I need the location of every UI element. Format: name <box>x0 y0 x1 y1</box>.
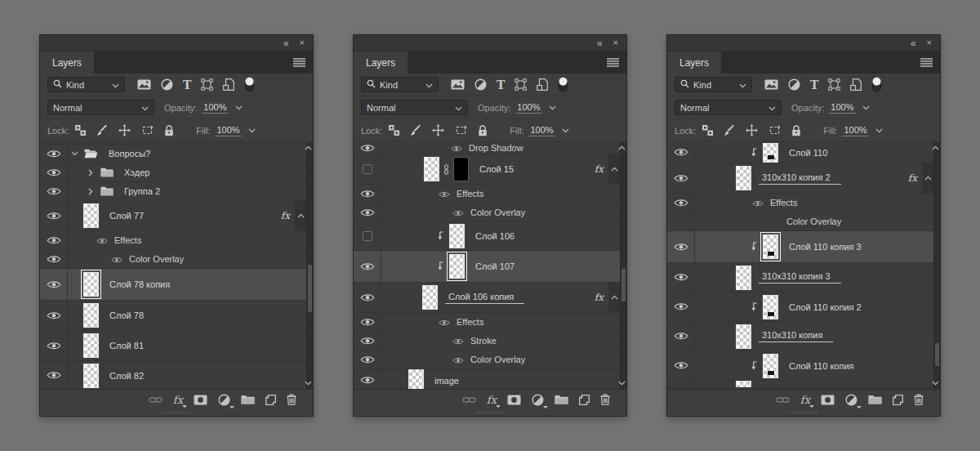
layer-style-fx-icon[interactable]: fx <box>800 395 810 405</box>
layer-row[interactable]: Слой 78 <box>40 301 307 331</box>
pixel-layer-filter-icon[interactable] <box>764 79 778 90</box>
visibility-toggle[interactable] <box>354 283 381 312</box>
add-layer-mask-icon[interactable] <box>507 395 521 405</box>
layer-thumbnail[interactable] <box>83 364 99 388</box>
visibility-toggle[interactable] <box>40 182 68 200</box>
smart-object-filter-icon[interactable] <box>850 78 862 91</box>
effect-row[interactable]: Effects <box>354 185 621 203</box>
layer-thumbnail[interactable] <box>736 266 751 290</box>
layer-thumbnail[interactable] <box>763 143 778 163</box>
fill-value[interactable]: 100% <box>842 125 868 136</box>
mask-link-chain-icon[interactable] <box>443 164 450 175</box>
scroll-down-icon[interactable] <box>618 381 626 386</box>
layer-style-fx-icon[interactable]: fx <box>173 395 183 405</box>
fill-value[interactable]: 100% <box>528 125 555 136</box>
effect-row[interactable]: Drop Shadow <box>354 142 621 154</box>
effect-eye-icon[interactable] <box>452 333 464 348</box>
visibility-toggle[interactable] <box>40 163 68 181</box>
layer-row[interactable]: 310x310 копия <box>667 322 934 351</box>
effect-eye-icon[interactable] <box>439 186 450 201</box>
lock-all-icon[interactable] <box>164 125 174 136</box>
collapse-panel-button[interactable]: « <box>911 38 915 48</box>
visibility-toggle[interactable] <box>354 351 381 368</box>
layer-name[interactable]: Слой 82 <box>109 371 144 381</box>
layer-name[interactable]: 310x310 копия 3 <box>759 271 841 284</box>
lock-artboard-icon[interactable] <box>141 125 154 136</box>
group-name[interactable]: Группа 2 <box>124 186 160 196</box>
visibility-toggle[interactable] <box>40 269 68 300</box>
visibility-toggle[interactable] <box>40 142 68 144</box>
panel-menu-icon[interactable] <box>293 58 305 67</box>
layer-thumbnail[interactable] <box>83 272 99 297</box>
effect-eye-icon[interactable] <box>452 352 464 367</box>
fx-badge[interactable]: fx <box>595 163 604 175</box>
layer-name[interactable]: image <box>434 376 459 386</box>
effect-name[interactable]: Effects <box>114 235 141 245</box>
chevron-down-icon[interactable] <box>862 105 870 110</box>
chevron-down-icon[interactable] <box>248 128 256 133</box>
new-group-icon[interactable] <box>241 395 255 404</box>
visibility-toggle[interactable] <box>354 142 381 154</box>
layer-filtering-toggle[interactable] <box>558 77 568 92</box>
visibility-toggle[interactable] <box>40 231 68 249</box>
visibility-toggle[interactable] <box>354 251 381 282</box>
delete-layer-icon[interactable] <box>287 394 296 405</box>
collapse-effects-icon[interactable] <box>611 295 618 300</box>
adjustment-layer-filter-icon[interactable] <box>474 78 487 91</box>
effect-eye-icon[interactable] <box>452 205 464 220</box>
link-layers-icon[interactable] <box>462 396 476 404</box>
opacity-value[interactable]: 100% <box>202 102 228 114</box>
scroll-up-icon[interactable] <box>618 145 626 150</box>
lock-image-pixels-icon[interactable] <box>724 125 735 136</box>
type-layer-filter-icon[interactable]: T <box>497 79 505 91</box>
layer-name[interactable]: Слой 78 <box>109 310 144 320</box>
shape-layer-filter-icon[interactable] <box>514 78 527 91</box>
new-adjustment-layer-icon[interactable] <box>845 394 858 406</box>
layer-name[interactable]: Слой 110 копия <box>789 361 854 371</box>
new-layer-icon[interactable] <box>893 395 903 405</box>
effect-row[interactable]: Color Overlay <box>40 250 307 269</box>
new-layer-icon[interactable] <box>265 395 276 405</box>
collapse-effects-icon[interactable] <box>297 213 305 218</box>
new-layer-icon[interactable] <box>579 395 590 405</box>
panel-resize-grip[interactable] <box>667 409 940 416</box>
layer-filtering-toggle[interactable] <box>871 77 882 92</box>
layer-row[interactable]: Слой 110 копия <box>667 351 934 381</box>
close-panel-button[interactable]: × <box>927 38 932 47</box>
effect-row[interactable]: Color Overlay <box>667 212 934 231</box>
collapse-effects-icon[interactable] <box>924 176 932 181</box>
new-adjustment-layer-icon[interactable] <box>532 394 544 406</box>
effect-row[interactable]: Effects <box>40 231 307 250</box>
delete-layer-icon[interactable] <box>600 394 610 405</box>
layer-name[interactable]: 310x310 копия 2 <box>759 172 841 185</box>
visibility-toggle[interactable] <box>667 212 695 230</box>
effect-eye-icon[interactable] <box>439 315 450 329</box>
group-row[interactable]: Вопросы? <box>40 145 307 163</box>
layer-name[interactable]: Слой 106 копия <box>445 292 524 304</box>
visibility-toggle[interactable] <box>354 369 381 389</box>
visibility-toggle[interactable] <box>40 201 68 230</box>
layer-row[interactable]: 310x310 копия 3 <box>667 263 934 292</box>
scrollbar-thumb[interactable] <box>935 343 939 366</box>
visibility-toggle[interactable] <box>354 203 381 221</box>
fill-value[interactable]: 100% <box>215 125 241 136</box>
scrollbar-track[interactable] <box>933 142 940 389</box>
lock-all-icon[interactable] <box>478 125 488 136</box>
lock-position-icon[interactable] <box>432 124 444 136</box>
layer-thumbnail[interactable] <box>449 254 465 279</box>
collapse-panel-button[interactable]: « <box>283 38 288 48</box>
visibility-toggle[interactable] <box>667 351 695 380</box>
effect-eye-icon[interactable] <box>752 195 764 210</box>
effect-eye-icon[interactable] <box>96 233 108 248</box>
pixel-layer-filter-icon[interactable] <box>137 79 151 90</box>
visibility-toggle[interactable] <box>40 145 68 163</box>
panel-resize-grip[interactable] <box>354 409 626 416</box>
twisty-collapsed-icon[interactable] <box>86 188 96 195</box>
layer-mask-thumbnail[interactable] <box>453 157 469 181</box>
layer-row[interactable]: Слой 110 <box>667 142 934 163</box>
layer-thumbnail[interactable] <box>422 285 438 310</box>
lock-position-icon[interactable] <box>118 124 131 136</box>
collapse-effects-icon[interactable] <box>611 167 618 172</box>
effect-row[interactable]: Color Overlay <box>354 351 621 369</box>
adjustment-layer-filter-icon[interactable] <box>161 78 173 91</box>
